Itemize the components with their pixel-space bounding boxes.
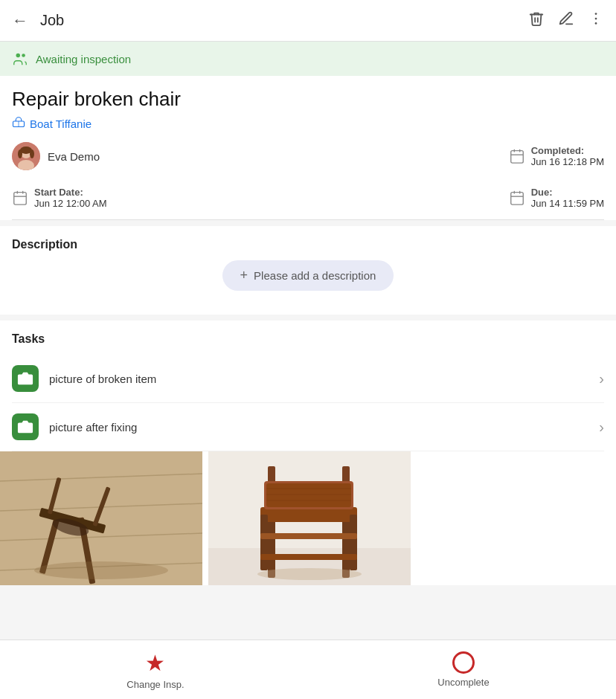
task-camera-icon-2 (12, 413, 39, 440)
svg-point-0 (595, 13, 597, 15)
star-icon: ★ (145, 650, 165, 676)
svg-point-3 (16, 54, 21, 58)
circle-icon (452, 651, 475, 674)
broken-chair-svg (0, 451, 202, 585)
bottom-nav: ★ Change Insp. Uncomplete (0, 640, 616, 699)
due-calendar-icon (509, 190, 525, 206)
start-calendar-icon (12, 190, 28, 206)
task-item-1[interactable]: picture of broken item › (12, 355, 604, 403)
tasks-section: Tasks picture of broken item › picture a… (0, 320, 616, 451)
dates-row: Start Date: Jun 12 12:00 AM Due: Jun 14 … (12, 179, 604, 220)
svg-point-26 (22, 425, 28, 430)
people-icon (12, 51, 28, 67)
back-button[interactable]: ← (12, 11, 28, 30)
start-date-info: Start Date: Jun 12 12:00 AM (34, 187, 107, 209)
svg-point-4 (22, 54, 25, 57)
status-banner: Awaiting inspection (0, 42, 616, 76)
change-insp-label: Change Insp. (126, 679, 184, 690)
start-date-value: Jun 12 12:00 AM (34, 198, 107, 209)
avatar (12, 142, 40, 170)
description-section: Description + Please add a description (0, 226, 616, 315)
boat-icon (12, 117, 25, 130)
svg-rect-54 (260, 533, 357, 539)
task-label-1: picture of broken item (49, 373, 599, 385)
svg-point-25 (22, 376, 28, 381)
uncomplete-label: Uncomplete (437, 677, 489, 688)
meta-row: Eva Demo Completed: Jun 16 12:18 PM (12, 142, 604, 170)
start-date-label: Start Date: (34, 187, 107, 198)
svg-point-12 (30, 149, 34, 158)
completed-label: Completed: (531, 145, 604, 156)
svg-rect-53 (260, 554, 357, 560)
page-title: Job (40, 12, 528, 29)
svg-rect-21 (510, 193, 523, 205)
chevron-right-icon-2: › (599, 419, 604, 436)
edit-icon[interactable] (558, 10, 574, 31)
add-description-label: Please add a description (254, 269, 376, 282)
fixed-chair-svg (208, 451, 411, 585)
boat-name: Boat Tiffanie (30, 117, 92, 130)
completed-block: Completed: Jun 16 12:18 PM (509, 145, 604, 167)
avatar-face (12, 142, 40, 170)
start-date-block: Start Date: Jun 12 12:00 AM (12, 187, 509, 209)
task-camera-icon-1 (12, 365, 39, 392)
task-label-2: picture after fixing (49, 421, 599, 434)
boat-link[interactable]: Boat Tiffanie (12, 117, 604, 130)
job-title: Repair broken chair (12, 88, 604, 111)
change-insp-button[interactable]: ★ Change Insp. (126, 650, 184, 690)
svg-rect-42 (342, 518, 350, 578)
due-date-block: Due: Jun 14 11:59 PM (509, 187, 604, 209)
svg-point-38 (34, 561, 168, 579)
delete-icon[interactable] (528, 10, 545, 31)
photo-fixed-chair[interactable] (208, 451, 411, 585)
tasks-section-title: Tasks (12, 332, 604, 346)
svg-point-11 (18, 149, 22, 158)
chevron-right-icon-1: › (599, 370, 604, 387)
add-description-button[interactable]: + Please add a description (222, 260, 394, 291)
divider-1 (0, 220, 616, 226)
photo-broken-chair[interactable] (0, 451, 202, 585)
svg-rect-47 (266, 483, 351, 507)
description-section-title: Description (12, 238, 604, 251)
due-date-info: Due: Jun 14 11:59 PM (531, 187, 604, 209)
plus-icon: + (240, 268, 248, 283)
due-value: Jun 14 11:59 PM (531, 198, 604, 209)
app-header: ← Job (0, 0, 616, 42)
svg-rect-51 (260, 515, 268, 570)
svg-point-2 (595, 22, 597, 25)
header-actions (528, 10, 604, 31)
completed-calendar-icon (509, 148, 525, 164)
more-icon[interactable] (588, 10, 604, 31)
photos-row (0, 451, 616, 585)
svg-rect-52 (350, 515, 357, 570)
divider-2 (0, 315, 616, 320)
completed-info: Completed: Jun 16 12:18 PM (531, 145, 604, 167)
user-name: Eva Demo (48, 150, 509, 163)
uncomplete-button[interactable]: Uncomplete (437, 651, 489, 688)
status-text: Awaiting inspection (36, 53, 131, 65)
svg-rect-41 (268, 518, 275, 578)
svg-rect-17 (14, 193, 27, 205)
svg-rect-13 (510, 151, 523, 164)
task-item-2[interactable]: picture after fixing › (12, 403, 604, 451)
svg-point-1 (595, 17, 597, 19)
due-label: Due: (531, 187, 604, 198)
job-content: Repair broken chair Boat Tiffanie (0, 76, 616, 220)
completed-value: Jun 16 12:18 PM (531, 156, 604, 167)
svg-point-55 (257, 568, 362, 580)
